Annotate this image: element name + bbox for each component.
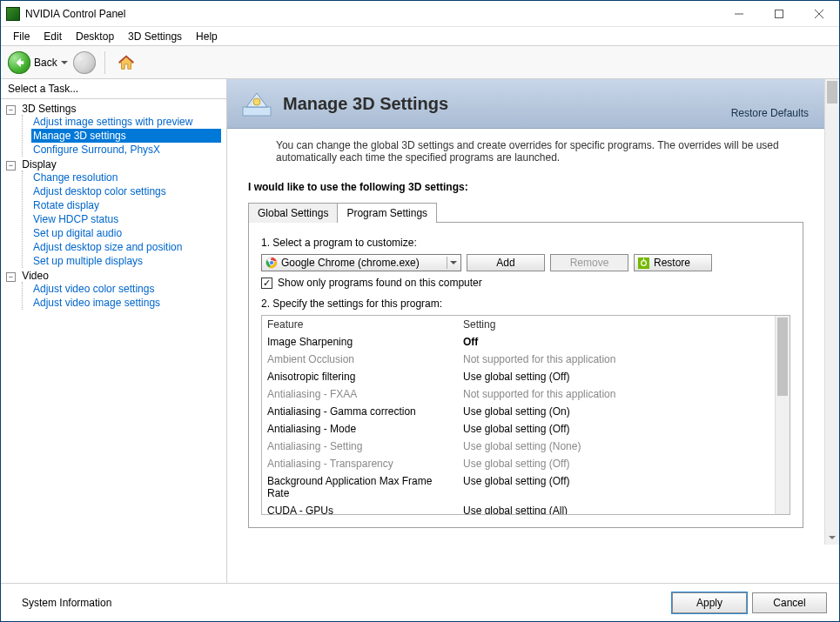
section-label: I would like to use the following 3D set…	[227, 172, 824, 202]
back-label: Back	[34, 57, 57, 69]
grid-row[interactable]: Antialiasing - Mode Use global setting (…	[262, 420, 775, 438]
scrollbar-down-icon[interactable]	[825, 530, 839, 545]
grid-feature: Ambient Occlusion	[262, 351, 458, 368]
tree-item-manage-3d-settings[interactable]: Manage 3D settings	[31, 129, 221, 143]
grid-header-row: Feature Setting	[262, 316, 775, 333]
grid-feature: Background Application Max Frame Rate	[262, 472, 458, 502]
settings-grid: Feature Setting Image Sharpening Off Amb…	[261, 315, 790, 515]
grid-row[interactable]: Antialiasing - Setting Use global settin…	[262, 438, 775, 455]
tree-item-adjust-desktop-size-position[interactable]: Adjust desktop size and position	[31, 240, 221, 254]
tree-group-display: − Display Change resolution Adjust deskt…	[6, 158, 221, 268]
grid-setting: Off	[458, 333, 775, 351]
tree-group-video: − Video Adjust video color settings Adju…	[6, 270, 221, 310]
grid-feature: CUDA - GPUs	[262, 502, 458, 514]
tree-item-rotate-display[interactable]: Rotate display	[31, 198, 221, 212]
svg-point-4	[269, 260, 273, 264]
tree-item-adjust-desktop-color[interactable]: Adjust desktop color settings	[31, 184, 221, 198]
titlebar: NVIDIA Control Panel	[1, 1, 839, 27]
grid-row[interactable]: CUDA - GPUs Use global setting (All)	[262, 502, 775, 514]
tree-item-adjust-image-preview[interactable]: Adjust image settings with preview	[31, 115, 221, 129]
nvidia-app-icon	[6, 7, 20, 21]
back-button[interactable]: Back	[8, 51, 68, 74]
forward-button[interactable]	[73, 51, 96, 74]
step1-label: 1. Select a program to customize:	[261, 237, 790, 249]
task-tree-heading: Select a Task...	[1, 79, 226, 99]
system-information-link[interactable]: System Information	[22, 597, 111, 609]
task-sidepane: Select a Task... − 3D Settings Adjust im…	[1, 79, 227, 583]
apply-button[interactable]: Apply	[672, 592, 747, 613]
restore-defaults-link[interactable]: Restore Defaults	[731, 107, 809, 119]
window-root: NVIDIA Control Panel File Edit Desktop 3…	[0, 0, 840, 622]
back-icon	[8, 51, 30, 74]
nvidia-icon	[638, 257, 649, 269]
grid-row[interactable]: Background Application Max Frame Rate Us…	[262, 472, 775, 502]
tree-group-3d-settings: − 3D Settings Adjust image settings with…	[6, 103, 221, 157]
tree-item-change-resolution[interactable]: Change resolution	[31, 171, 221, 184]
grid-feature: Image Sharpening	[262, 333, 458, 351]
minimize-button[interactable]	[719, 1, 759, 27]
menu-file[interactable]: File	[6, 29, 37, 44]
content-pane: Manage 3D Settings Restore Defaults You …	[227, 79, 839, 583]
tree-group-label: Video	[22, 270, 48, 282]
grid-setting: Use global setting (None)	[458, 438, 775, 455]
checkbox-box: ✓	[261, 278, 272, 289]
grid-row[interactable]: Antialiasing - FXAA Not supported for th…	[262, 385, 775, 403]
tabstrip: Global Settings Program Settings	[248, 202, 803, 222]
menubar: File Edit Desktop 3D Settings Help	[1, 27, 839, 46]
maximize-button[interactable]	[759, 1, 799, 27]
tab-program-settings[interactable]: Program Settings	[337, 203, 437, 223]
tree-group-label: 3D Settings	[22, 103, 76, 115]
grid-feature: Antialiasing - Setting	[262, 438, 458, 455]
tree-toggle-display[interactable]: −	[6, 161, 16, 171]
tab-global-settings[interactable]: Global Settings	[248, 203, 338, 223]
add-button[interactable]: Add	[467, 254, 545, 271]
tree-item-adjust-video-image[interactable]: Adjust video image settings	[31, 296, 221, 310]
program-select-value: Google Chrome (chrome.exe)	[281, 257, 420, 269]
program-select[interactable]: Google Chrome (chrome.exe)	[261, 254, 461, 271]
grid-scrollbar[interactable]	[775, 316, 790, 514]
tree-item-setup-multiple-displays[interactable]: Set up multiple displays	[31, 254, 221, 268]
grid-row[interactable]: Anisotropic filtering Use global setting…	[262, 368, 775, 385]
content-scrollbar-thumb[interactable]	[827, 81, 837, 104]
grid-feature: Antialiasing - Gamma correction	[262, 403, 458, 420]
tree-item-adjust-video-color[interactable]: Adjust video color settings	[31, 282, 221, 296]
grid-scrollbar-thumb[interactable]	[777, 318, 788, 396]
grid-row[interactable]: Image Sharpening Off	[262, 333, 775, 351]
window-title: NVIDIA Control Panel	[25, 8, 719, 20]
tree-item-configure-surround-physx[interactable]: Configure Surround, PhysX	[31, 143, 221, 157]
restore-button[interactable]: Restore	[634, 254, 712, 271]
svg-rect-0	[776, 10, 783, 17]
tree-item-setup-digital-audio[interactable]: Set up digital audio	[31, 226, 221, 240]
back-dropdown-icon	[61, 59, 68, 66]
chrome-icon	[265, 257, 278, 269]
task-tree: − 3D Settings Adjust image settings with…	[1, 99, 226, 583]
grid-setting: Use global setting (Off)	[458, 368, 775, 385]
menu-3d-settings[interactable]: 3D Settings	[121, 29, 189, 44]
grid-setting: Use global setting (On)	[458, 403, 775, 420]
tree-item-view-hdcp[interactable]: View HDCP status	[31, 212, 221, 226]
content-scroll: Manage 3D Settings Restore Defaults You …	[227, 79, 824, 545]
home-button[interactable]	[114, 50, 138, 75]
grid-setting: Use global setting (Off)	[458, 420, 775, 438]
toolbar: Back	[1, 46, 839, 79]
grid-row[interactable]: Ambient Occlusion Not supported for this…	[262, 351, 775, 368]
content-scrollbar[interactable]	[824, 79, 839, 545]
step2-label: 2. Specify the settings for this program…	[261, 298, 790, 310]
cancel-button[interactable]: Cancel	[752, 592, 827, 613]
show-only-checkbox[interactable]: ✓ Show only programs found on this compu…	[261, 277, 790, 289]
tree-toggle-3d-settings[interactable]: −	[6, 105, 16, 115]
remove-button[interactable]: Remove	[550, 254, 628, 271]
grid-header-feature: Feature	[262, 316, 458, 333]
close-button[interactable]	[799, 1, 839, 27]
page-title: Manage 3D Settings	[283, 94, 721, 114]
footer: System Information Apply Cancel	[1, 583, 839, 621]
settings-grid-scroll: Feature Setting Image Sharpening Off Amb…	[262, 316, 775, 514]
show-only-label: Show only programs found on this compute…	[278, 277, 482, 289]
grid-row[interactable]: Antialiasing - Gamma correction Use glob…	[262, 403, 775, 420]
grid-row[interactable]: Antialiasing - Transparency Use global s…	[262, 455, 775, 472]
menu-desktop[interactable]: Desktop	[69, 29, 121, 44]
menu-edit[interactable]: Edit	[37, 29, 69, 44]
menu-help[interactable]: Help	[189, 29, 225, 44]
page-header-icon	[241, 88, 272, 119]
tree-toggle-video[interactable]: −	[6, 272, 16, 282]
